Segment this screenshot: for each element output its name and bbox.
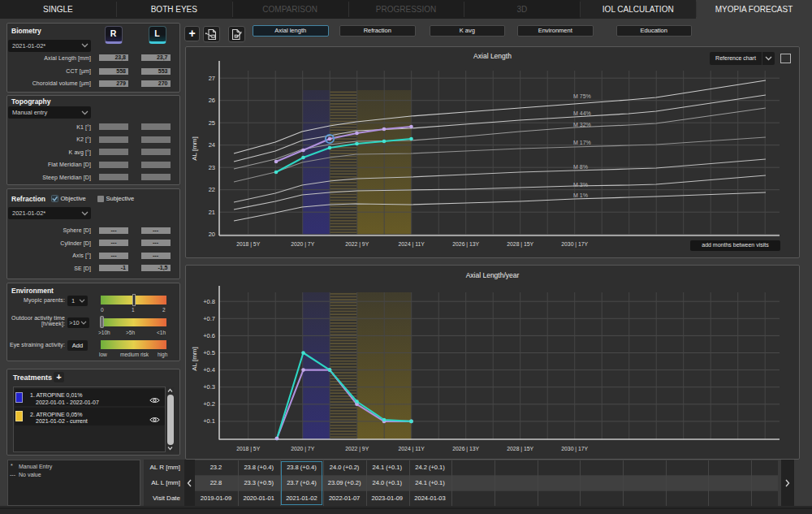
svg-text:2022 | 9Y: 2022 | 9Y (345, 446, 369, 452)
svg-text:27: 27 (209, 75, 215, 82)
svg-text:21: 21 (209, 209, 215, 216)
svg-text:2018 | 5Y: 2018 | 5Y (236, 446, 260, 452)
svg-text:+0.7: +0.7 (203, 315, 215, 322)
svg-text:+0.1: +0.1 (203, 417, 215, 425)
svg-text:+0.3: +0.3 (203, 383, 215, 391)
svg-text:20: 20 (209, 231, 215, 238)
svg-text:2020 | 7Y: 2020 | 7Y (291, 241, 314, 248)
svg-text:2024 | 11Y: 2024 | 11Y (399, 241, 425, 248)
svg-text:M 1%: M 1% (573, 192, 588, 198)
svg-text:2028 | 15Y: 2028 | 15Y (507, 446, 533, 452)
svg-text:23: 23 (209, 164, 215, 171)
svg-text:M 32%: M 32% (573, 122, 591, 127)
svg-text:22: 22 (209, 186, 215, 193)
svg-text:M 3%: M 3% (573, 182, 588, 188)
svg-text:+0.5: +0.5 (203, 349, 215, 356)
svg-text:26: 26 (209, 97, 215, 104)
svg-text:2022 | 9Y: 2022 | 9Y (345, 241, 369, 248)
svg-text:AL [mm]: AL [mm] (191, 136, 198, 160)
svg-text:+0.8: +0.8 (203, 298, 215, 305)
svg-text:2026 | 13Y: 2026 | 13Y (452, 241, 479, 248)
svg-text:M 8%: M 8% (573, 164, 588, 170)
svg-text:2030 | 17Y: 2030 | 17Y (561, 241, 588, 248)
svg-text:24: 24 (209, 141, 215, 149)
svg-text:25: 25 (209, 119, 215, 127)
svg-text:2030 | 17Y: 2030 | 17Y (561, 446, 588, 452)
svg-text:2026 | 13Y: 2026 | 13Y (452, 446, 479, 452)
svg-text:M 17%: M 17% (573, 140, 591, 145)
svg-text:2020 | 7Y: 2020 | 7Y (291, 446, 314, 452)
svg-text:2024 | 11Y: 2024 | 11Y (399, 446, 425, 452)
svg-text:+0.4: +0.4 (203, 366, 215, 374)
svg-text:+0.2: +0.2 (203, 400, 215, 408)
svg-text:2028 | 15Y: 2028 | 15Y (507, 241, 533, 248)
svg-text:M 44%: M 44% (573, 110, 591, 116)
svg-text:+0.6: +0.6 (203, 332, 215, 339)
svg-text:2018 | 5Y: 2018 | 5Y (236, 241, 260, 248)
svg-text:AL [mm]: AL [mm] (191, 347, 198, 370)
svg-text:M 75%: M 75% (573, 93, 591, 99)
